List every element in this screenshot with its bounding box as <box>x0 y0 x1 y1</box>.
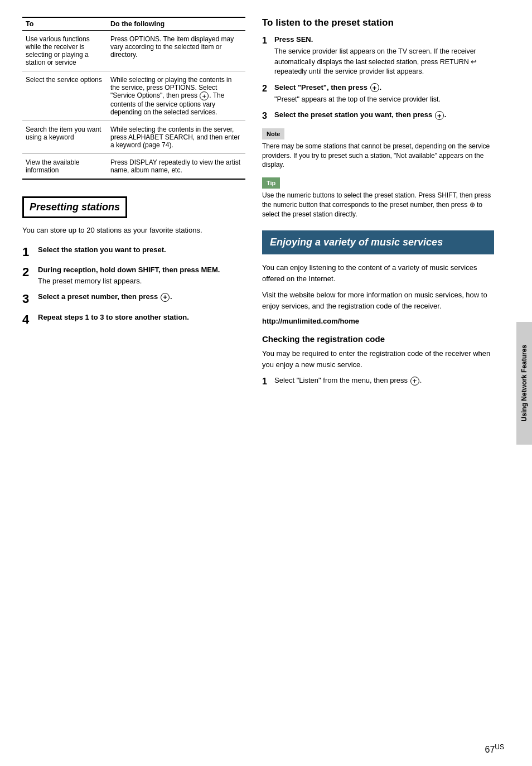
circle-plus-icon: + <box>410 377 419 386</box>
presetting-intro: You can store up to 20 stations as your … <box>22 225 245 236</box>
circle-plus-icon: + <box>370 83 379 92</box>
table-col2-header: Do the following <box>107 17 245 31</box>
right-column: To listen to the preset station 1Press S… <box>257 17 494 744</box>
presetting-section: Presetting stations You can store up to … <box>22 196 245 327</box>
table-cell-description: While selecting or playing the contents … <box>107 71 245 121</box>
table-row: Select the service optionsWhile selectin… <box>22 71 245 121</box>
checking-registration-heading: Checking the registration code <box>262 334 494 344</box>
left-column: To Do the following Use various function… <box>22 17 257 744</box>
presetting-step: 2During reception, hold down SHIFT, then… <box>22 265 245 286</box>
step-content: Select the station you want to preset. <box>38 245 245 255</box>
right-step-content: Select "Preset", then press +."Preset" a… <box>274 83 494 105</box>
table-cell-action: Select the service options <box>22 71 107 121</box>
circle-plus-icon: + <box>200 91 209 100</box>
table-cell-description: While selecting the contents in the serv… <box>107 121 245 154</box>
checking-step: 1Select "Listen" from the menu, then pre… <box>262 375 494 388</box>
step-sub-text: The preset memory list appears. <box>38 276 245 286</box>
step-number: 4 <box>22 312 38 327</box>
tip-content: Use the numeric buttons to select the pr… <box>262 191 494 219</box>
table-cell-action: Use various functions while the receiver… <box>22 31 107 71</box>
step-content: During reception, hold down SHIFT, then … <box>38 265 245 286</box>
listen-preset-section: To listen to the preset station 1Press S… <box>262 17 494 219</box>
listen-preset-heading: To listen to the preset station <box>262 17 494 29</box>
checking-registration-section: Checking the registration code You may b… <box>262 334 494 388</box>
right-step-sub-text: The service provider list appears on the… <box>274 47 494 77</box>
step-content: Select a preset number, then press +. <box>38 292 245 302</box>
listen-step: 2Select "Preset", then press +."Preset" … <box>262 83 494 105</box>
right-step-number: 2 <box>262 83 274 95</box>
right-step-number: 1 <box>262 35 274 47</box>
functions-table: To Do the following Use various function… <box>22 17 245 180</box>
step-bold-text: During reception, hold down SHIFT, then … <box>38 265 245 275</box>
circle-plus-icon: + <box>161 293 170 302</box>
presetting-step: 4Repeat steps 1 to 3 to store another st… <box>22 312 245 327</box>
table-col1-header: To <box>22 17 107 31</box>
side-tab: Using Network Features <box>516 322 532 445</box>
checking-registration-body: You may be required to enter the registr… <box>262 348 494 370</box>
listen-step: 3Select the preset station you want, the… <box>262 110 494 122</box>
step-content: Repeat steps 1 to 3 to store another sta… <box>38 312 245 322</box>
side-tab-text: Using Network Features <box>520 345 528 421</box>
checking-step-number: 1 <box>262 375 274 388</box>
step-number: 2 <box>22 265 38 280</box>
table-cell-description: Press DISPLAY repeatedly to view the art… <box>107 154 245 180</box>
presetting-step: 3Select a preset number, then press +. <box>22 292 245 306</box>
enjoying-body2: Visit the website below for more informa… <box>262 290 494 311</box>
enjoying-heading-box: Enjoying a variety of music services <box>262 230 494 254</box>
checking-step-content: Select "Listen" from the menu, then pres… <box>274 375 494 386</box>
note-label: Note <box>262 128 284 139</box>
listen-steps-list: 1Press SEN.The service provider list app… <box>262 35 494 123</box>
table-cell-action: View the available information <box>22 154 107 180</box>
right-step-content: Press SEN.The service provider list appe… <box>274 35 494 77</box>
right-step-number: 3 <box>262 110 274 122</box>
enjoying-url: http://munlimited.com/home <box>262 317 494 325</box>
right-step-sub-text: "Preset" appears at the top of the servi… <box>274 95 494 105</box>
enjoying-section: Enjoying a variety of music services You… <box>262 230 494 388</box>
return-arrow-icon: ↩ <box>471 57 477 66</box>
table-cell-description: Press OPTIONS. The item displayed may va… <box>107 31 245 71</box>
right-step-main-text: Select the preset station you want, then… <box>274 110 494 120</box>
right-step-content: Select the preset station you want, then… <box>274 110 494 122</box>
right-step-main-text: Select "Preset", then press +. <box>274 83 494 93</box>
table-row: Search the item you want using a keyword… <box>22 121 245 154</box>
step-bold-text: Select a preset number, then press +. <box>38 292 245 302</box>
step-bold-text: Repeat steps 1 to 3 to store another sta… <box>38 312 245 322</box>
presetting-steps-list: 1Select the station you want to preset.2… <box>22 245 245 327</box>
page-number: 67US <box>485 743 504 755</box>
tip-label: Tip <box>262 177 280 189</box>
table-cell-action: Search the item you want using a keyword <box>22 121 107 154</box>
right-step-main-text: Press SEN. <box>274 35 494 45</box>
note-content: There may be some stations that cannot b… <box>262 142 494 170</box>
presetting-heading: Presetting stations <box>22 196 127 218</box>
table-row: View the available informationPress DISP… <box>22 154 245 180</box>
step-number: 3 <box>22 292 38 306</box>
step-bold-text: Select the station you want to preset. <box>38 245 245 255</box>
checking-steps-list: 1Select "Listen" from the menu, then pre… <box>262 375 494 388</box>
circle-plus-icon: + <box>435 111 444 120</box>
enjoying-heading: Enjoying a variety of music services <box>270 236 486 249</box>
step-number: 1 <box>22 245 38 259</box>
table-row: Use various functions while the receiver… <box>22 31 245 71</box>
presetting-step: 1Select the station you want to preset. <box>22 245 245 259</box>
enjoying-body1: You can enjoy listening to the content o… <box>262 262 494 284</box>
listen-step: 1Press SEN.The service provider list app… <box>262 35 494 77</box>
